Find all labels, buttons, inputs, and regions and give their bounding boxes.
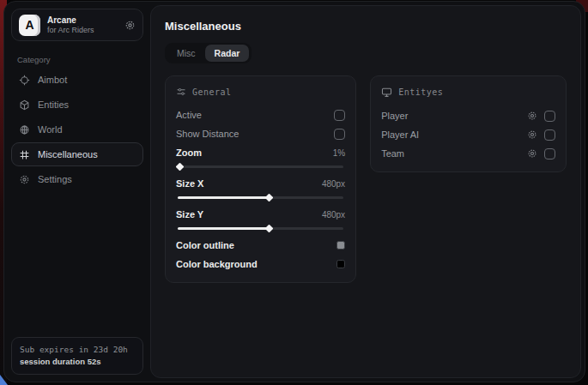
main-panel: Miscellaneous Misc Radar General Active [150, 5, 581, 378]
sidebar-item-entities[interactable]: Entities [11, 93, 143, 117]
team-settings-icon[interactable] [527, 148, 537, 159]
size-x-slider-thumb[interactable] [265, 194, 274, 202]
brand-text: Arcane for Arc Riders [47, 15, 118, 34]
entities-card-header: Entityes [381, 87, 555, 98]
color-outline-label: Color outline [176, 240, 234, 250]
row-zoom: Zoom 1% [176, 143, 345, 162]
show-distance-label: Show Distance [176, 129, 239, 139]
row-team: Team [381, 144, 555, 163]
crosshair-icon [19, 75, 30, 86]
color-background-label: Color background [176, 259, 258, 269]
player-settings-icon[interactable] [527, 111, 537, 121]
tab-misc[interactable]: Misc [167, 45, 205, 62]
row-size-y: Size Y 480px [176, 205, 345, 224]
sidebar-item-settings[interactable]: Settings [11, 167, 143, 191]
player-ai-label: Player AI [381, 129, 419, 140]
zoom-label: Zoom [176, 147, 202, 158]
player-ai-checkbox[interactable] [544, 129, 555, 141]
active-checkbox[interactable] [334, 110, 345, 121]
color-outline-swatch[interactable] [336, 241, 345, 250]
sidebar-item-label: Aimbot [38, 75, 67, 85]
entities-card: Entityes Player Player AI [370, 75, 567, 172]
size-x-value: 480px [322, 179, 345, 189]
row-player-ai: Player AI [381, 125, 555, 144]
row-color-outline: Color outline [176, 236, 345, 255]
cube-scan-icon [19, 99, 30, 111]
sidebar-item-label: World [38, 124, 63, 135]
brand-card[interactable]: A Arcane for Arc Riders [11, 9, 143, 41]
active-label: Active [176, 110, 202, 120]
page-title: Miscellaneous [165, 20, 567, 33]
sliders-icon [176, 87, 186, 97]
size-x-slider[interactable] [178, 194, 343, 202]
category-label: Category [17, 55, 143, 64]
tab-group: Misc Radar [165, 43, 252, 63]
size-x-slider-fill [178, 196, 269, 199]
player-ai-settings-icon[interactable] [527, 129, 537, 140]
zoom-slider-track [178, 165, 343, 168]
subscription-info-card: Sub expires in 23d 20h session duration … [11, 337, 143, 376]
sidebar-item-world[interactable]: World [11, 117, 143, 141]
row-player: Player [381, 106, 555, 125]
general-card-title: General [192, 87, 232, 97]
zoom-value: 1% [333, 148, 345, 158]
sidebar-item-label: Entities [38, 99, 69, 110]
brand-subtitle: for Arc Riders [47, 26, 118, 34]
entities-card-title: Entityes [398, 87, 443, 97]
size-x-label: Size X [176, 178, 203, 189]
zoom-slider[interactable] [178, 163, 343, 171]
team-label: Team [381, 148, 404, 159]
sidebar-item-label: Miscellaneous [38, 149, 98, 159]
sub-expiry-text: Sub expires in 23d 20h [20, 344, 135, 356]
color-background-swatch[interactable] [336, 260, 345, 268]
row-color-background: Color background [176, 255, 345, 274]
app-window: A Arcane for Arc Riders Category Aimbot [3, 1, 585, 382]
globe-icon [19, 124, 30, 135]
sidebar-item-aimbot[interactable]: Aimbot [11, 68, 143, 92]
player-checkbox[interactable] [544, 111, 555, 122]
row-size-x: Size X 480px [176, 174, 345, 193]
session-duration-text: session duration 52s [20, 356, 135, 368]
tab-radar[interactable]: Radar [205, 45, 250, 62]
show-distance-checkbox[interactable] [334, 129, 345, 140]
player-label: Player [381, 111, 408, 121]
monitor-icon [381, 87, 392, 98]
sidebar-item-label: Settings [38, 174, 72, 184]
grid-hash-icon [19, 149, 30, 160]
size-y-slider-fill [178, 227, 269, 230]
cards-row: General Active Show Distance Zoom 1% [165, 75, 567, 283]
size-y-slider[interactable] [178, 225, 343, 232]
brand-title: Arcane [47, 15, 118, 26]
sidebar: A Arcane for Arc Riders Category Aimbot [4, 2, 150, 382]
gear-icon [19, 174, 30, 185]
row-active: Active [176, 105, 345, 124]
size-y-slider-thumb[interactable] [265, 225, 274, 233]
team-checkbox[interactable] [544, 148, 555, 159]
size-y-value: 480px [322, 210, 345, 220]
brand-settings-icon[interactable] [124, 20, 136, 31]
sidebar-item-miscellaneous[interactable]: Miscellaneous [11, 142, 143, 166]
general-card-header: General [176, 87, 345, 97]
general-card: General Active Show Distance Zoom 1% [165, 75, 356, 283]
size-y-label: Size Y [176, 209, 203, 220]
row-show-distance: Show Distance [176, 124, 345, 143]
mouse-cursor [0, 375, 8, 385]
zoom-slider-thumb[interactable] [175, 163, 184, 171]
brand-logo: A [19, 15, 40, 36]
